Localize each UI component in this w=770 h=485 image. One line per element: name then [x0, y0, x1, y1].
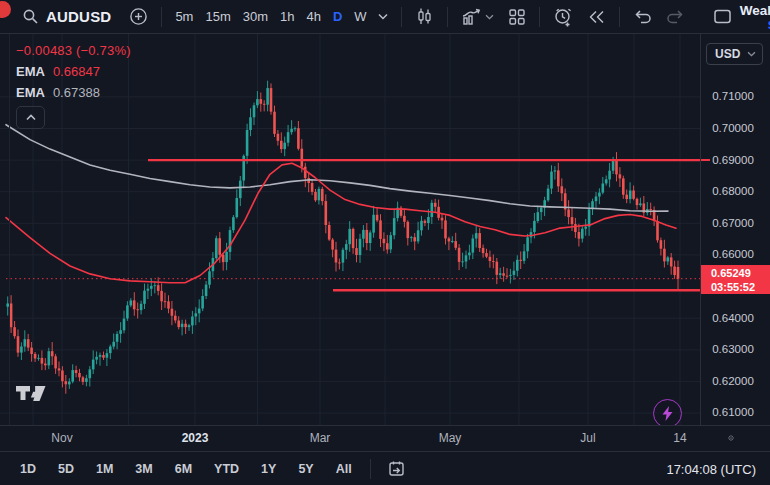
price-tick: 0.71000 [701, 90, 765, 102]
screenshot-button[interactable] [707, 5, 738, 28]
ema-slow-value: 0.67388 [53, 85, 100, 100]
account-panel[interactable]: Wealthy Edu Save [740, 2, 770, 31]
chevron-down-icon [485, 14, 494, 20]
price-tick: 0.64000 [701, 312, 765, 324]
time-tick-May: May [420, 431, 480, 445]
indicators-button[interactable] [455, 5, 500, 29]
interval-D[interactable]: D [327, 6, 348, 27]
chevron-down-icon [378, 13, 388, 20]
time-tick-Mar: Mar [290, 431, 350, 445]
interval-30m[interactable]: 30m [237, 6, 274, 27]
undo-button[interactable] [627, 6, 658, 27]
symbol-name: AUDUSD [46, 8, 111, 25]
price-tick: 0.62000 [701, 375, 765, 387]
range-1Y[interactable]: 1Y [253, 458, 284, 480]
range-group: 1D5D1M3M6MYTD1Y5YAll [12, 458, 360, 480]
symbol-search-button[interactable]: AUDUSD [16, 5, 117, 28]
price-axis[interactable]: USD 0.65249 03:55:52 0.710000.700000.690… [700, 34, 770, 425]
chart-pane[interactable]: −0.00483 (−0.73%) EMA 0.66847 EMA 0.6738… [0, 34, 770, 425]
last-price-value: 0.65249 [711, 266, 770, 280]
toolbar-divider [539, 7, 540, 27]
top-toolbar: AUDUSD 5m15m30m1h4hDW [0, 0, 770, 34]
time-tick-2023: 2023 [165, 431, 225, 445]
interval-W[interactable]: W [348, 6, 372, 27]
chart-settings-gear-icon[interactable] [722, 429, 740, 447]
toolbar-divider [447, 7, 448, 27]
ema-slow-line [6, 125, 668, 212]
alert-button[interactable] [547, 4, 579, 30]
bottom-toolbar: 1D5D1M3M6MYTD1Y5YAll 17:04:08 (UTC) [0, 451, 770, 485]
chevron-down-icon [747, 51, 756, 57]
time-tick-Jul: Jul [558, 431, 618, 445]
redo-button[interactable] [660, 6, 691, 27]
interval-1h[interactable]: 1h [274, 6, 300, 27]
pane-left-border [9, 34, 10, 425]
range-1M[interactable]: 1M [88, 458, 121, 480]
save-button[interactable]: Save [740, 19, 770, 31]
price-tick: 0.63000 [701, 343, 765, 355]
redo-arrow-icon [666, 9, 685, 24]
price-change-label: −0.00483 (−0.73%) [16, 43, 131, 58]
session-clock[interactable]: 17:04:08 (UTC) [666, 462, 758, 477]
interval-15m[interactable]: 15m [199, 6, 236, 27]
layout-grid-button[interactable] [502, 5, 532, 29]
rewind-icon [587, 9, 606, 25]
currency-label: USD [715, 47, 740, 61]
interval-menu-button[interactable] [372, 10, 394, 23]
price-tick: 0.70000 [701, 122, 765, 134]
price-tick: 0.61000 [701, 406, 765, 418]
legend-collapse-button[interactable] [16, 106, 45, 129]
range-5Y[interactable]: 5Y [290, 458, 321, 480]
price-tick: 0.69000 [701, 154, 765, 166]
indicators-icon [461, 8, 481, 26]
price-tick: 0.68000 [701, 185, 765, 197]
range-All[interactable]: All [328, 458, 360, 480]
bar-countdown: 03:55:52 [711, 280, 770, 294]
interval-group: 5m15m30m1h4hDW [169, 6, 372, 27]
price-tick: 0.66000 [701, 248, 765, 260]
range-6M[interactable]: 6M [167, 458, 200, 480]
toolbar-divider [619, 7, 620, 27]
tradingview-logo[interactable] [16, 386, 46, 409]
range-YTD[interactable]: YTD [206, 458, 247, 480]
calendar-go-to-icon [387, 460, 406, 478]
alarm-clock-plus-icon [553, 7, 573, 27]
go-to-date-button[interactable] [381, 457, 412, 481]
time-axis[interactable]: Nov2023MarMayJul14 [0, 425, 770, 452]
toolbar-divider [401, 7, 402, 27]
trading-chart-app: AUDUSD 5m15m30m1h4hDW [0, 0, 770, 485]
toolbar-divider [161, 7, 162, 27]
ema-fast-value: 0.66847 [53, 64, 100, 79]
undo-arrow-icon [633, 9, 652, 24]
grid-layout-icon [508, 8, 526, 26]
ema-slow-legend[interactable]: EMA 0.67388 [16, 85, 131, 100]
range-5D[interactable]: 5D [50, 458, 82, 480]
compare-add-button[interactable] [123, 4, 154, 29]
chevron-up-icon [26, 114, 36, 121]
currency-selector[interactable]: USD [706, 43, 763, 65]
account-name: Wealthy Edu [740, 4, 770, 19]
range-1D[interactable]: 1D [12, 458, 44, 480]
legend-overlay: −0.00483 (−0.73%) EMA 0.66847 EMA 0.6738… [16, 43, 131, 129]
interval-4h[interactable]: 4h [301, 6, 327, 27]
ema-fast-legend[interactable]: EMA 0.66847 [16, 64, 131, 79]
snapshot-frame-icon [713, 8, 732, 25]
search-icon [22, 8, 39, 25]
last-price-label: 0.65249 03:55:52 [701, 265, 770, 294]
toolbar-divider [370, 459, 371, 479]
range-3M[interactable]: 3M [127, 458, 160, 480]
time-tick-Nov: Nov [32, 431, 92, 445]
candlestick-icon [415, 7, 434, 26]
interval-5m[interactable]: 5m [169, 6, 199, 27]
quick-trade-lightning-button[interactable] [653, 399, 682, 428]
plus-circle-icon [129, 7, 148, 26]
price-tick: 0.67000 [701, 217, 765, 229]
time-tick-14: 14 [650, 431, 710, 445]
replay-button[interactable] [581, 6, 612, 28]
lightning-bolt-icon [662, 406, 673, 421]
chart-style-button[interactable] [409, 4, 440, 29]
